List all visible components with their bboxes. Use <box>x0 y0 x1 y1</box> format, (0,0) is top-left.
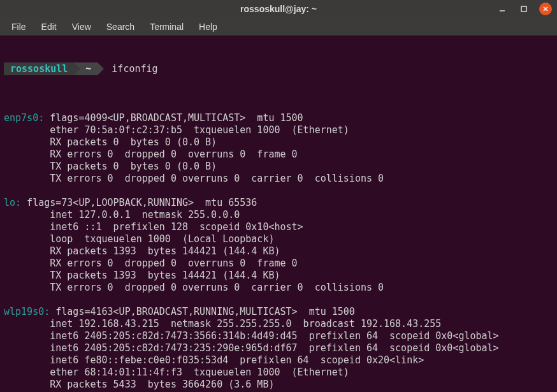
menu-search[interactable]: Search <box>100 20 141 34</box>
terminal-body[interactable]: rossoskull ~ ifconfig enp7s0: flags=4099… <box>0 36 557 392</box>
terminal-window: rossoskull@jay: ~ File Edit View Search … <box>0 0 557 392</box>
output-line: ether 70:5a:0f:c2:37:b5 txqueuelen 1000 … <box>4 124 553 136</box>
output-line: RX packets 1393 bytes 144421 (144.4 KB) <box>4 245 553 258</box>
output-line: TX packets 0 bytes 0 (0.0 B) <box>4 161 553 173</box>
interface-flags: flags=73<UP,LOOPBACK,RUNNING> mtu 65536 <box>21 197 257 208</box>
prompt-user: rossoskull <box>10 63 68 75</box>
output-line: TX errors 0 dropped 0 overruns 0 carrier… <box>4 282 553 294</box>
output-line: RX packets 0 bytes 0 (0.0 B) <box>4 136 553 149</box>
prompt-path: ~ <box>85 63 91 75</box>
interface-name: enp7s0: <box>4 112 44 124</box>
interface-name: lo: <box>4 197 21 208</box>
maximize-button[interactable] <box>517 3 530 15</box>
output-line: ether 68:14:01:11:4f:f3 txqueuelen 1000 … <box>4 367 553 379</box>
output-line: RX packets 5433 bytes 3664260 (3.6 MB) <box>4 379 553 391</box>
maximize-icon <box>520 5 528 13</box>
prompt-user-segment: rossoskull <box>4 62 74 75</box>
interface-flags: flags=4099<UP,BROADCAST,MULTICAST> mtu 1… <box>44 112 303 124</box>
output-line: loop txqueuelen 1000 (Local Loopback) <box>4 233 553 245</box>
output-line: RX errors 0 dropped 0 overruns 0 frame 0 <box>4 149 553 161</box>
interface-flags: flags=4163<UP,BROADCAST,RUNNING,MULTICAS… <box>50 306 355 317</box>
output-line: RX errors 0 dropped 0 overruns 0 frame 0 <box>4 258 553 270</box>
window-title: rossoskull@jay: ~ <box>0 4 557 14</box>
output-line: inet6 ::1 prefixlen 128 scopeid 0x10<hos… <box>4 221 553 233</box>
menubar: File Edit View Search Terminal Help <box>0 18 557 36</box>
output-line: TX packets 1393 bytes 144421 (144.4 KB) <box>4 270 553 282</box>
interface-header: wlp19s0: flags=4163<UP,BROADCAST,RUNNING… <box>4 306 553 318</box>
prompt-line-1: rossoskull ~ ifconfig <box>4 62 553 75</box>
interface-header: enp7s0: flags=4099<UP,BROADCAST,MULTICAS… <box>4 112 553 124</box>
menu-file[interactable]: File <box>5 20 33 34</box>
close-icon <box>542 5 549 13</box>
output-line: inet 127.0.0.1 netmask 255.0.0.0 <box>4 209 553 221</box>
blank-line <box>4 294 553 306</box>
output-line: TX errors 0 dropped 0 overruns 0 carrier… <box>4 173 553 185</box>
titlebar[interactable]: rossoskull@jay: ~ <box>0 0 557 18</box>
interface-name: wlp19s0: <box>4 306 50 317</box>
blank-line <box>4 185 553 197</box>
prompt-command: ifconfig <box>112 62 157 75</box>
menu-edit[interactable]: Edit <box>35 20 63 34</box>
minimize-button[interactable] <box>496 3 509 15</box>
window-controls <box>496 3 552 15</box>
minimize-icon <box>498 5 506 13</box>
menu-terminal[interactable]: Terminal <box>143 20 190 34</box>
command-output: enp7s0: flags=4099<UP,BROADCAST,MULTICAS… <box>4 112 553 392</box>
output-line: inet6 2405:205:c82d:7473:3566:314b:4d49:… <box>4 330 553 342</box>
output-line: inet6 2405:205:c82d:7473:235:290e:965d:d… <box>4 342 553 354</box>
close-button[interactable] <box>539 3 552 15</box>
output-line: inet6 fe80::febe:c0e0:f035:53d4 prefixle… <box>4 354 553 367</box>
interface-header: lo: flags=73<UP,LOOPBACK,RUNNING> mtu 65… <box>4 197 553 209</box>
menu-help[interactable]: Help <box>192 20 224 34</box>
menu-view[interactable]: View <box>66 20 98 34</box>
svg-rect-1 <box>521 6 526 11</box>
output-line: inet 192.168.43.215 netmask 255.255.255.… <box>4 318 553 330</box>
